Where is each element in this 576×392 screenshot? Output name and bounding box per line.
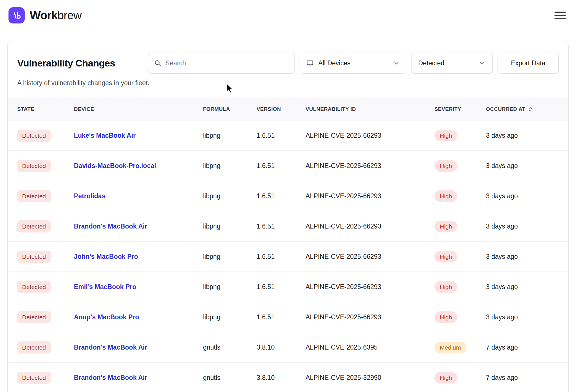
formula-cell: libpng: [203, 302, 257, 332]
formula-cell: libpng: [203, 272, 257, 302]
table-row: Detected John's MacBook Pro libpng 1.6.5…: [8, 242, 568, 272]
top-bar: Workbrew: [0, 0, 576, 31]
vulnerability-id-cell: ALPINE-CVE-2025-66293: [306, 181, 434, 211]
device-link[interactable]: Anup's MacBook Pro: [74, 313, 139, 321]
state-badge: Detected: [17, 160, 51, 172]
severity-badge: High: [434, 251, 457, 262]
version-cell: 1.6.51: [257, 120, 306, 151]
table-header-row: State Device Formula Version Vulnerabili…: [8, 98, 568, 120]
occurred-at-cell: 3 days ago: [486, 120, 568, 151]
search-field: [148, 53, 295, 74]
formula-cell: gnutls: [203, 332, 257, 363]
column-header-version: Version: [257, 98, 306, 120]
column-header-vulnerability-id: Vulnerability ID: [306, 98, 434, 120]
vulnerability-id-cell: ALPINE-CVE-2025-66293: [306, 242, 434, 272]
state-badge: Detected: [17, 281, 51, 293]
device-link[interactable]: John's MacBook Pro: [74, 253, 138, 260]
device-filter-value: All Devices: [318, 59, 389, 67]
severity-badge: High: [434, 160, 457, 172]
state-badge: Detected: [17, 130, 51, 142]
version-cell: 1.6.51: [257, 151, 306, 181]
state-badge: Detected: [17, 311, 51, 323]
severity-badge: High: [434, 372, 457, 384]
state-badge: Detected: [17, 341, 51, 354]
table-row: Detected Brandon's MacBook Air gnutls 3.…: [8, 363, 568, 392]
table-row: Detected Emil’s MacBook Pro libpng 1.6.5…: [8, 272, 568, 302]
severity-badge: High: [434, 221, 457, 232]
formula-cell: libpng: [203, 211, 257, 242]
column-header-state: State: [8, 98, 74, 120]
occurred-at-cell: 3 days ago: [486, 272, 568, 302]
device-link[interactable]: Emil’s MacBook Pro: [74, 283, 136, 290]
state-badge: Detected: [17, 190, 51, 202]
device-filter-dropdown[interactable]: All Devices: [300, 53, 406, 74]
severity-badge: High: [434, 281, 457, 293]
state-badge: Detected: [17, 251, 51, 263]
vulnerability-changes-card: Vulnerability Changes All Devices Detect…: [7, 41, 569, 392]
device-link[interactable]: Davids-MacBook-Pro.local: [74, 162, 156, 169]
occurred-at-cell: 7 days ago: [486, 363, 568, 392]
export-data-button[interactable]: Export Data: [498, 53, 559, 74]
device-link[interactable]: Petrolidas: [74, 192, 105, 200]
table-row: Detected Luke's MacBook Air libpng 1.6.5…: [8, 120, 568, 151]
version-cell: 1.6.51: [257, 181, 306, 211]
hamburger-menu-icon[interactable]: [553, 9, 568, 22]
toolbar: All Devices Detected Export Data: [148, 53, 559, 74]
table-body: Detected Luke's MacBook Air libpng 1.6.5…: [8, 120, 568, 392]
chevron-down-icon: [479, 60, 486, 66]
vulnerability-id-cell: ALPINE-CVE-2025-66293: [306, 120, 434, 151]
table-row: Detected Brandon's MacBook Air libpng 1.…: [8, 211, 568, 242]
formula-cell: libpng: [203, 242, 257, 272]
state-filter-dropdown[interactable]: Detected: [411, 53, 493, 74]
column-header-device: Device: [74, 98, 203, 120]
severity-badge: High: [434, 311, 457, 323]
formula-cell: libpng: [203, 181, 257, 211]
severity-badge: High: [434, 130, 457, 141]
table-row: Detected Anup's MacBook Pro libpng 1.6.5…: [8, 302, 568, 332]
device-link[interactable]: Brandon's MacBook Air: [74, 374, 147, 381]
workbrew-logo-icon: [8, 7, 25, 23]
version-cell: 1.6.51: [257, 302, 306, 332]
state-filter-value: Detected: [418, 59, 479, 67]
formula-cell: libpng: [203, 120, 257, 151]
device-link[interactable]: Brandon's MacBook Air: [74, 223, 147, 230]
vulnerability-table: State Device Formula Version Vulnerabili…: [8, 98, 568, 392]
table-row: Detected Petrolidas libpng 1.6.51 ALPINE…: [8, 181, 568, 211]
version-cell: 1.6.51: [257, 211, 306, 242]
version-cell: 1.6.51: [257, 242, 306, 272]
occurred-at-cell: 3 days ago: [486, 181, 568, 211]
table-row: Detected Brandon's MacBook Air gnutls 3.…: [8, 332, 568, 363]
column-header-severity: Severity: [434, 98, 486, 120]
formula-cell: libpng: [203, 151, 257, 181]
page-subtitle: A history of vulnerability changes in yo…: [8, 74, 568, 87]
vulnerability-id-cell: ALPINE-CVE-2025-66293: [306, 272, 434, 302]
severity-badge: High: [434, 190, 457, 202]
occurred-at-cell: 3 days ago: [486, 242, 568, 272]
version-cell: 3.8.10: [257, 332, 306, 363]
sort-icon: [528, 107, 533, 112]
occurred-at-cell: 3 days ago: [486, 211, 568, 242]
monitor-icon: [306, 59, 314, 67]
vulnerability-id-cell: ALPINE-CVE-2025-66293: [306, 151, 434, 181]
column-header-occurred-at[interactable]: Occurred At: [486, 98, 568, 120]
version-cell: 1.6.51: [257, 272, 306, 302]
occurred-at-cell: 7 days ago: [486, 332, 568, 363]
brand-wordmark: Workbrew: [30, 9, 82, 22]
brand-logo[interactable]: Workbrew: [8, 7, 82, 23]
chevron-down-icon: [393, 60, 400, 66]
card-header: Vulnerability Changes All Devices Detect…: [8, 41, 568, 74]
search-icon: [154, 59, 161, 67]
vulnerability-id-cell: ALPINE-CVE-2025-6395: [306, 332, 434, 363]
state-badge: Detected: [17, 372, 51, 384]
vulnerability-id-cell: ALPINE-CVE-2025-32990: [306, 363, 434, 392]
occurred-at-cell: 3 days ago: [486, 151, 568, 181]
version-cell: 3.8.10: [257, 363, 306, 392]
occurred-at-cell: 3 days ago: [486, 302, 568, 332]
table-row: Detected Davids-MacBook-Pro.local libpng…: [8, 151, 568, 181]
device-link[interactable]: Brandon's MacBook Air: [74, 344, 147, 351]
search-input[interactable]: [165, 59, 289, 67]
device-link[interactable]: Luke's MacBook Air: [74, 132, 136, 139]
formula-cell: gnutls: [203, 363, 257, 392]
column-header-formula: Formula: [203, 98, 257, 120]
page-title: Vulnerability Changes: [17, 58, 115, 69]
